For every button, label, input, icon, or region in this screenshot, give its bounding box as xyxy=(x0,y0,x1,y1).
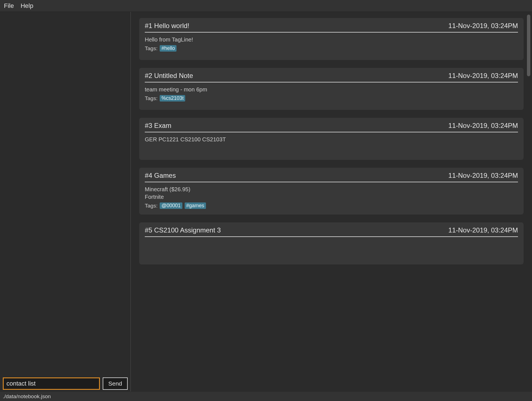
menubar: File Help xyxy=(0,0,532,12)
note-card[interactable]: #2 Untitled Note11-Nov-2019, 03:24PMteam… xyxy=(139,68,524,110)
note-title: #1 Hello world! xyxy=(145,22,189,30)
menu-help[interactable]: Help xyxy=(20,2,33,10)
note-date: 11-Nov-2019, 03:24PM xyxy=(448,22,518,30)
note-date: 11-Nov-2019, 03:24PM xyxy=(448,122,518,130)
tags-label: Tags: xyxy=(145,45,157,52)
status-path: ./data/notebook.json xyxy=(3,393,51,400)
note-header: #1 Hello world!11-Nov-2019, 03:24PM xyxy=(145,22,518,31)
note-header: #5 CS2100 Assignment 311-Nov-2019, 03:24… xyxy=(145,226,518,235)
note-divider xyxy=(145,132,518,132)
tags-label: Tags: xyxy=(145,203,157,209)
note-divider xyxy=(145,82,518,82)
tag[interactable]: #games xyxy=(185,202,206,209)
note-divider xyxy=(145,182,518,182)
note-header: #3 Exam11-Nov-2019, 03:24PM xyxy=(145,122,518,131)
note-card[interactable]: #5 CS2100 Assignment 311-Nov-2019, 03:24… xyxy=(139,222,524,264)
note-title: #4 Games xyxy=(145,172,176,179)
send-button[interactable]: Send xyxy=(103,377,128,390)
note-body: Hello from TagLine! xyxy=(145,36,518,43)
tag[interactable]: @00001 xyxy=(160,202,182,209)
scrollbar[interactable] xyxy=(526,15,531,389)
note-date: 11-Nov-2019, 03:24PM xyxy=(448,226,518,234)
note-card[interactable]: #4 Games11-Nov-2019, 03:24PMMinecraft ($… xyxy=(139,168,524,215)
sidebar: Send xyxy=(0,12,131,391)
note-divider xyxy=(145,236,518,237)
statusbar: ./data/notebook.json xyxy=(0,391,532,401)
notes-list[interactable]: #1 Hello world!11-Nov-2019, 03:24PMHello… xyxy=(131,12,532,391)
note-date: 11-Nov-2019, 03:24PM xyxy=(448,72,518,80)
note-header: #2 Untitled Note11-Nov-2019, 03:24PM xyxy=(145,72,518,81)
tags-label: Tags: xyxy=(145,95,157,102)
note-tags: Tags:%cs2103t xyxy=(145,95,518,102)
tag[interactable]: %cs2103t xyxy=(160,95,185,102)
note-date: 11-Nov-2019, 03:24PM xyxy=(448,172,518,179)
note-divider xyxy=(145,32,518,33)
tag[interactable]: #hello xyxy=(160,45,176,52)
note-body: team meeting - mon 6pm xyxy=(145,86,518,93)
note-header: #4 Games11-Nov-2019, 03:24PM xyxy=(145,172,518,181)
note-card[interactable]: #3 Exam11-Nov-2019, 03:24PMGER PC1221 CS… xyxy=(139,118,524,160)
scrollbar-thumb[interactable] xyxy=(527,15,530,76)
note-card[interactable]: #1 Hello world!11-Nov-2019, 03:24PMHello… xyxy=(139,18,524,60)
menu-file[interactable]: File xyxy=(4,2,14,10)
note-tags: Tags:@00001#games xyxy=(145,202,518,209)
note-title: #3 Exam xyxy=(145,122,171,130)
note-body: GER PC1221 CS2100 CS2103T xyxy=(145,136,518,143)
note-title: #2 Untitled Note xyxy=(145,72,193,80)
note-tags: Tags:#hello xyxy=(145,45,518,52)
note-body: Minecraft ($26.95) Fortnite xyxy=(145,186,518,201)
command-input[interactable] xyxy=(3,377,100,390)
note-title: #5 CS2100 Assignment 3 xyxy=(145,226,221,234)
